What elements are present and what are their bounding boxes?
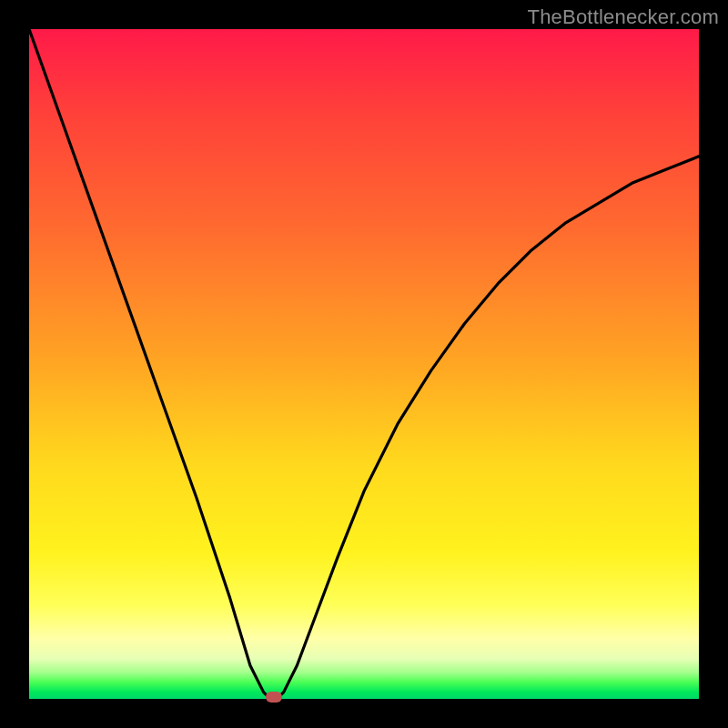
plot-area: [29, 29, 699, 699]
watermark-text: TheBottlenecker.com: [528, 5, 719, 29]
bottleneck-curve: [29, 29, 699, 699]
chart-frame: TheBottlenecker.com: [0, 0, 728, 728]
bottleneck-marker: [266, 692, 282, 703]
